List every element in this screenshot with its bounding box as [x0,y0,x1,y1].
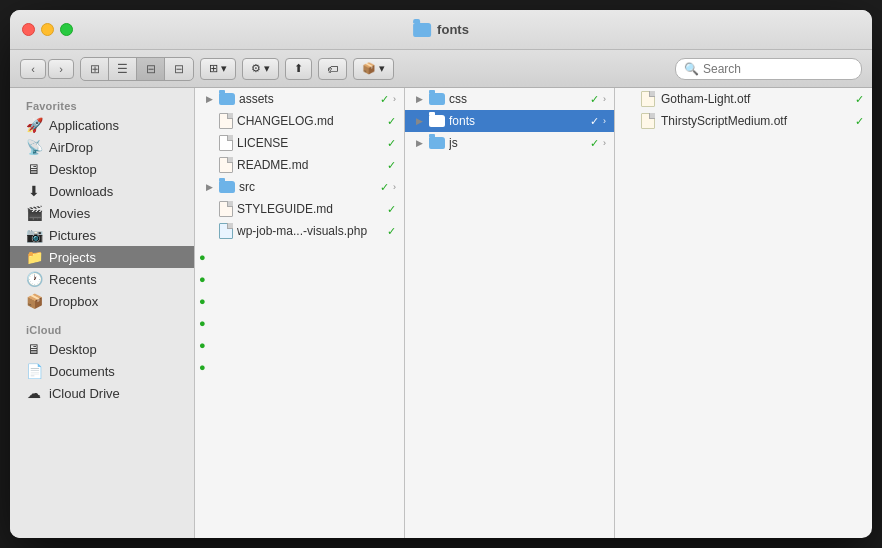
sidebar-item-movies[interactable]: 🎬 Movies [10,202,194,224]
sidebar-item-label: Pictures [49,228,96,243]
list-item[interactable]: ThirstyScriptMedium.otf ✓ [615,110,872,132]
sidebar-item-pictures[interactable]: 📷 Pictures [10,224,194,246]
sidebar-item-documents[interactable]: 📄 Documents [10,360,194,382]
list-item[interactable]: LICENSE ✓ [195,132,404,154]
close-button[interactable] [22,23,35,36]
folder-icon [429,115,445,127]
expand-icon: ▶ [203,181,215,193]
share-button[interactable]: ⬆ [285,58,312,80]
window-title: fonts [413,22,469,37]
list-item[interactable]: ▶ js ✓ › [405,132,614,154]
downloads-icon: ⬇ [26,183,42,199]
expand-icon: ▶ [203,93,215,105]
share-icon: ⬆ [294,62,303,75]
status-icon: ✓ [855,93,864,106]
list-item[interactable]: README.md ✓ [195,154,404,176]
list-item[interactable]: STYLEGUIDE.md ✓ [195,198,404,220]
status-icon: ✓ [380,93,389,106]
dropbox-icon: 📦 [362,62,376,75]
expand-icon: ▶ [413,137,425,149]
doc-icon [219,157,233,173]
sidebar-item-label: Documents [49,364,115,379]
maximize-button[interactable] [60,23,73,36]
status-icon: ✓ [387,225,396,238]
sidebar-item-label: Desktop [49,342,97,357]
file-name: README.md [237,158,383,172]
sidebar-item-dropbox[interactable]: 📦 Dropbox [10,290,194,312]
search-input[interactable] [703,62,853,76]
list-item[interactable]: ▶ assets ✓ › [195,88,404,110]
column-arrow-icon: › [603,138,606,148]
cover-flow-button[interactable]: ⊟ [165,58,193,80]
arrange-chevron: ▾ [221,62,227,75]
list-item[interactable]: ▶ fonts ✓ › [405,110,614,132]
doc-icon [219,223,233,239]
file-name: CHANGELOG.md [237,114,383,128]
sidebar-item-label: Projects [49,250,96,265]
arrange-button[interactable]: ⊞ ▾ [200,58,236,80]
sidebar-item-label: Desktop [49,162,97,177]
forward-button[interactable]: › [48,59,74,79]
file-browser: ▶ assets ✓ › CHANGELOG.md ✓ LICENSE ✓ [195,88,872,538]
dropbox-button[interactable]: 📦 ▾ [353,58,394,80]
icon-view-button[interactable]: ⊞ [81,58,109,80]
list-item[interactable]: wp-job-ma...-visuals.php ✓ [195,220,404,242]
back-button[interactable]: ‹ [20,59,46,79]
status-icon: ✓ [387,203,396,216]
list-item[interactable]: CHANGELOG.md ✓ [195,110,404,132]
expand-icon: ▶ [413,93,425,105]
sidebar-item-desktop-icloud[interactable]: 🖥 Desktop [10,338,194,360]
icloud-drive-icon: ☁ [26,385,42,401]
folder-icon [429,93,445,105]
sidebar-item-label: Downloads [49,184,113,199]
view-buttons: ⊞ ☰ ⊟ ⊟ [80,57,194,81]
main-content: Favorites 🚀 Applications 📡 AirDrop 🖥 Des… [10,88,872,538]
status-icon: ✓ [387,115,396,128]
file-name: Gotham-Light.otf [661,92,849,106]
status-icon: ✓ [590,137,599,150]
sidebar-item-desktop[interactable]: 🖥 Desktop [10,158,194,180]
list-item[interactable]: ▶ css ✓ › [405,88,614,110]
folder-icon [219,93,235,105]
sidebar-item-icloud-drive[interactable]: ☁ iCloud Drive [10,382,194,404]
sidebar-item-label: Movies [49,206,90,221]
status-icon: ✓ [387,159,396,172]
sidebar-item-airdrop[interactable]: 📡 AirDrop [10,136,194,158]
sidebar-item-applications[interactable]: 🚀 Applications [10,114,194,136]
sidebar-item-recents[interactable]: 🕐 Recents [10,268,194,290]
column-2: ▶ css ✓ › ▶ fonts ✓ › ▶ js ✓ [405,88,615,538]
toolbar: ‹ › ⊞ ☰ ⊟ ⊟ ⊞ ▾ ⚙ ▾ ⬆ 🏷 📦 ▾ 🔍 [10,50,872,88]
favorites-label: Favorites [10,96,194,114]
search-bar[interactable]: 🔍 [675,58,862,80]
sidebar-item-projects[interactable]: 📁 Projects [10,246,194,268]
airdrop-icon: 📡 [26,139,42,155]
expand-icon [203,225,215,237]
minimize-button[interactable] [41,23,54,36]
window-title-text: fonts [437,22,469,37]
list-item[interactable]: Gotham-Light.otf ✓ [615,88,872,110]
file-name: wp-job-ma...-visuals.php [237,224,383,238]
expand-icon [203,115,215,127]
doc-icon [219,135,233,151]
dropbox-sidebar-icon: 📦 [26,293,42,309]
folder-icon [219,181,235,193]
documents-icon: 📄 [26,363,42,379]
action-button[interactable]: ⚙ ▾ [242,58,279,80]
titlebar: fonts [10,10,872,50]
list-view-button[interactable]: ☰ [109,58,137,80]
list-item[interactable]: ▶ src ✓ › [195,176,404,198]
file-name: assets [239,92,376,106]
status-icon: ✓ [380,181,389,194]
dropbox-chevron: ▾ [379,62,385,75]
tag-button[interactable]: 🏷 [318,58,347,80]
traffic-lights [22,23,73,36]
file-name: LICENSE [237,136,383,150]
sidebar-item-downloads[interactable]: ⬇ Downloads [10,180,194,202]
file-name: STYLEGUIDE.md [237,202,383,216]
file-name: css [449,92,586,106]
sidebar-item-label: Applications [49,118,119,133]
status-icon: ✓ [387,137,396,150]
gear-icon: ⚙ [251,62,261,75]
column-view-button[interactable]: ⊟ [137,58,165,80]
expand-icon: ▶ [413,115,425,127]
